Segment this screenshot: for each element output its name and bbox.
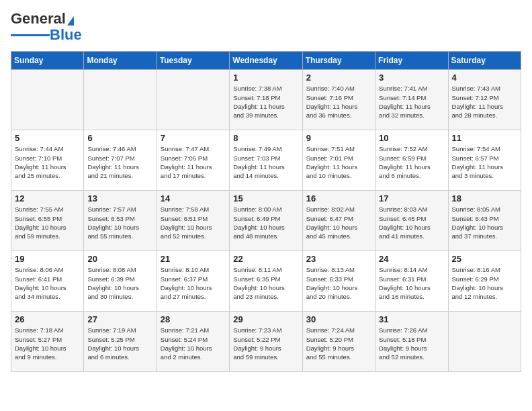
day-header-saturday: Saturday <box>448 52 521 70</box>
day-number: 18 <box>452 193 517 203</box>
day-number: 23 <box>306 254 371 264</box>
calendar-cell: 22Sunrise: 8:11 AM Sunset: 6:35 PM Dayli… <box>230 251 302 312</box>
week-row-2: 5Sunrise: 7:44 AM Sunset: 7:10 PM Daylig… <box>11 130 521 191</box>
day-number: 7 <box>161 133 226 143</box>
day-info: Sunrise: 7:47 AM Sunset: 7:05 PM Dayligh… <box>161 144 226 180</box>
day-number: 3 <box>379 73 444 83</box>
calendar-cell <box>84 70 157 130</box>
day-number: 19 <box>15 254 80 264</box>
day-number: 9 <box>306 133 371 143</box>
day-number: 20 <box>87 254 152 264</box>
calendar-cell: 28Sunrise: 7:21 AM Sunset: 5:24 PM Dayli… <box>157 312 229 372</box>
day-info: Sunrise: 8:14 AM Sunset: 6:31 PM Dayligh… <box>379 265 444 301</box>
day-info: Sunrise: 7:44 AM Sunset: 7:10 PM Dayligh… <box>15 144 80 180</box>
calendar-cell: 31Sunrise: 7:26 AM Sunset: 5:18 PM Dayli… <box>375 312 448 372</box>
calendar-cell: 14Sunrise: 7:58 AM Sunset: 6:51 PM Dayli… <box>157 191 229 251</box>
calendar-cell: 6Sunrise: 7:46 AM Sunset: 7:07 PM Daylig… <box>84 130 157 191</box>
calendar-cell: 5Sunrise: 7:44 AM Sunset: 7:10 PM Daylig… <box>11 130 84 191</box>
days-header-row: SundayMondayTuesdayWednesdayThursdayFrid… <box>11 52 521 70</box>
page-header: General Blue <box>11 11 521 43</box>
calendar-cell: 13Sunrise: 7:57 AM Sunset: 6:53 PM Dayli… <box>84 191 157 251</box>
day-number: 6 <box>87 133 152 143</box>
day-info: Sunrise: 7:52 AM Sunset: 6:59 PM Dayligh… <box>379 144 444 180</box>
day-number: 1 <box>233 73 298 83</box>
calendar-cell: 4Sunrise: 7:43 AM Sunset: 7:12 PM Daylig… <box>448 70 521 130</box>
calendar-cell: 29Sunrise: 7:23 AM Sunset: 5:22 PM Dayli… <box>230 312 302 372</box>
day-info: Sunrise: 7:43 AM Sunset: 7:12 PM Dayligh… <box>452 84 517 120</box>
calendar-cell: 1Sunrise: 7:38 AM Sunset: 7:18 PM Daylig… <box>230 70 302 130</box>
day-header-thursday: Thursday <box>302 52 375 70</box>
day-info: Sunrise: 7:58 AM Sunset: 6:51 PM Dayligh… <box>161 205 226 240</box>
day-number: 10 <box>379 133 444 143</box>
calendar-cell: 11Sunrise: 7:54 AM Sunset: 6:57 PM Dayli… <box>448 130 521 191</box>
week-row-1: 1Sunrise: 7:38 AM Sunset: 7:18 PM Daylig… <box>11 70 521 130</box>
calendar-cell: 23Sunrise: 8:13 AM Sunset: 6:33 PM Dayli… <box>302 251 375 312</box>
day-info: Sunrise: 8:02 AM Sunset: 6:47 PM Dayligh… <box>306 205 371 240</box>
day-info: Sunrise: 7:24 AM Sunset: 5:20 PM Dayligh… <box>306 326 371 361</box>
calendar-cell: 21Sunrise: 8:10 AM Sunset: 6:37 PM Dayli… <box>157 251 229 312</box>
day-number: 24 <box>379 254 444 264</box>
calendar-cell: 3Sunrise: 7:41 AM Sunset: 7:14 PM Daylig… <box>375 70 448 130</box>
calendar-cell <box>11 70 84 130</box>
calendar-cell <box>448 312 521 372</box>
calendar-cell: 30Sunrise: 7:24 AM Sunset: 5:20 PM Dayli… <box>302 312 375 372</box>
week-row-3: 12Sunrise: 7:55 AM Sunset: 6:55 PM Dayli… <box>11 191 521 251</box>
logo-blue: Blue <box>50 27 82 43</box>
day-number: 26 <box>15 314 80 324</box>
day-info: Sunrise: 7:26 AM Sunset: 5:18 PM Dayligh… <box>379 326 444 361</box>
day-number: 28 <box>161 314 226 324</box>
day-number: 11 <box>452 133 517 143</box>
day-number: 2 <box>306 73 371 83</box>
calendar-cell: 12Sunrise: 7:55 AM Sunset: 6:55 PM Dayli… <box>11 191 84 251</box>
day-info: Sunrise: 8:11 AM Sunset: 6:35 PM Dayligh… <box>233 265 298 301</box>
day-number: 8 <box>233 133 298 143</box>
day-number: 13 <box>87 193 152 203</box>
calendar-cell: 25Sunrise: 8:16 AM Sunset: 6:29 PM Dayli… <box>448 251 521 312</box>
day-info: Sunrise: 7:51 AM Sunset: 7:01 PM Dayligh… <box>306 144 371 180</box>
day-info: Sunrise: 7:21 AM Sunset: 5:24 PM Dayligh… <box>161 326 226 361</box>
day-header-friday: Friday <box>375 52 448 70</box>
day-number: 12 <box>15 193 80 203</box>
calendar-cell: 8Sunrise: 7:49 AM Sunset: 7:03 PM Daylig… <box>230 130 302 191</box>
day-number: 30 <box>306 314 371 324</box>
calendar-cell: 26Sunrise: 7:18 AM Sunset: 5:27 PM Dayli… <box>11 312 84 372</box>
calendar-cell: 27Sunrise: 7:19 AM Sunset: 5:25 PM Dayli… <box>84 312 157 372</box>
day-info: Sunrise: 8:06 AM Sunset: 6:41 PM Dayligh… <box>15 265 80 301</box>
calendar-cell: 18Sunrise: 8:05 AM Sunset: 6:43 PM Dayli… <box>448 191 521 251</box>
day-info: Sunrise: 7:41 AM Sunset: 7:14 PM Dayligh… <box>379 84 444 120</box>
day-number: 17 <box>379 193 444 203</box>
day-number: 27 <box>87 314 152 324</box>
day-number: 16 <box>306 193 371 203</box>
day-info: Sunrise: 8:08 AM Sunset: 6:39 PM Dayligh… <box>87 265 152 301</box>
day-info: Sunrise: 8:13 AM Sunset: 6:33 PM Dayligh… <box>306 265 371 301</box>
calendar-cell: 16Sunrise: 8:02 AM Sunset: 6:47 PM Dayli… <box>302 191 375 251</box>
week-row-4: 19Sunrise: 8:06 AM Sunset: 6:41 PM Dayli… <box>11 251 521 312</box>
calendar-table: SundayMondayTuesdayWednesdayThursdayFrid… <box>11 51 521 372</box>
calendar-cell <box>157 70 229 130</box>
calendar-cell: 9Sunrise: 7:51 AM Sunset: 7:01 PM Daylig… <box>302 130 375 191</box>
day-number: 25 <box>452 254 517 264</box>
day-info: Sunrise: 8:10 AM Sunset: 6:37 PM Dayligh… <box>161 265 226 301</box>
day-info: Sunrise: 7:23 AM Sunset: 5:22 PM Dayligh… <box>233 326 298 361</box>
day-header-sunday: Sunday <box>11 52 84 70</box>
day-info: Sunrise: 8:03 AM Sunset: 6:45 PM Dayligh… <box>379 205 444 240</box>
day-info: Sunrise: 7:49 AM Sunset: 7:03 PM Dayligh… <box>233 144 298 180</box>
day-info: Sunrise: 7:38 AM Sunset: 7:18 PM Dayligh… <box>233 84 298 120</box>
day-number: 15 <box>233 193 298 203</box>
day-info: Sunrise: 8:00 AM Sunset: 6:49 PM Dayligh… <box>233 205 298 240</box>
calendar-cell: 17Sunrise: 8:03 AM Sunset: 6:45 PM Dayli… <box>375 191 448 251</box>
calendar-cell: 20Sunrise: 8:08 AM Sunset: 6:39 PM Dayli… <box>84 251 157 312</box>
day-number: 14 <box>161 193 226 203</box>
day-info: Sunrise: 7:40 AM Sunset: 7:16 PM Dayligh… <box>306 84 371 120</box>
day-info: Sunrise: 7:57 AM Sunset: 6:53 PM Dayligh… <box>87 205 152 240</box>
day-info: Sunrise: 7:46 AM Sunset: 7:07 PM Dayligh… <box>87 144 152 180</box>
day-number: 31 <box>379 314 444 324</box>
day-info: Sunrise: 8:16 AM Sunset: 6:29 PM Dayligh… <box>452 265 517 301</box>
calendar-cell: 19Sunrise: 8:06 AM Sunset: 6:41 PM Dayli… <box>11 251 84 312</box>
day-info: Sunrise: 7:55 AM Sunset: 6:55 PM Dayligh… <box>15 205 80 240</box>
day-number: 29 <box>233 314 298 324</box>
day-number: 4 <box>452 73 517 83</box>
day-number: 5 <box>15 133 80 143</box>
day-info: Sunrise: 8:05 AM Sunset: 6:43 PM Dayligh… <box>452 205 517 240</box>
day-header-monday: Monday <box>84 52 157 70</box>
